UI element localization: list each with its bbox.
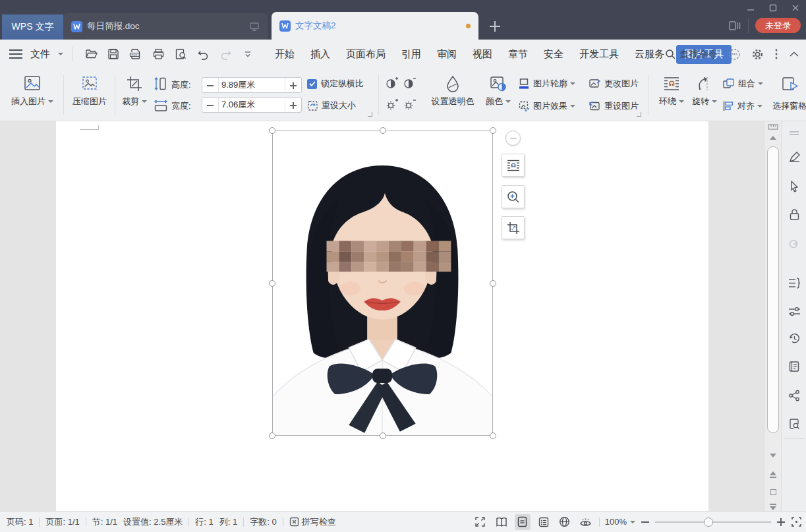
print-preview-icon[interactable] — [172, 45, 189, 63]
previous-page-button[interactable] — [765, 471, 781, 478]
increase-contrast-button[interactable] — [386, 77, 399, 89]
increase-brightness-button[interactable] — [386, 99, 399, 111]
section-status[interactable]: 节: 1/1 — [92, 516, 117, 528]
resize-handle-middle-right[interactable] — [490, 280, 496, 287]
reset-size-button[interactable]: 重设大小 — [307, 100, 356, 111]
scroll-up-arrow[interactable] — [765, 136, 781, 140]
outline-view-icon[interactable] — [536, 514, 552, 530]
ruler-toggle-icon[interactable] — [765, 123, 781, 131]
wrap-text-button[interactable]: 环绕 — [654, 75, 689, 107]
lock-aspect-ratio-option[interactable]: 锁定纵横比 — [307, 78, 364, 90]
hamburger-menu-icon[interactable] — [9, 49, 22, 59]
reset-picture-button[interactable]: 重设图片 — [589, 100, 639, 112]
collapse-ribbon-icon[interactable] — [789, 51, 799, 57]
zoom-in-button[interactable] — [776, 517, 786, 527]
tab-section[interactable]: 章节 — [502, 45, 534, 64]
select-browse-object-button[interactable] — [765, 489, 781, 495]
tab-developer[interactable]: 开发工具 — [573, 45, 625, 64]
tab-page-layout[interactable]: 页面布局 — [339, 45, 392, 64]
resize-handle-middle-left[interactable] — [269, 280, 275, 287]
tab-review[interactable]: 审阅 — [430, 45, 463, 64]
compress-picture-button[interactable]: 压缩图片 — [67, 75, 112, 107]
eye-protection-mode-icon[interactable] — [578, 514, 594, 530]
tab-home[interactable]: 开始 — [268, 45, 301, 64]
zoom-slider[interactable] — [655, 517, 771, 527]
login-button[interactable]: 未登录 — [755, 18, 801, 33]
change-picture-button[interactable]: 更改图片 — [589, 78, 639, 90]
pen-annotate-icon[interactable] — [788, 150, 801, 163]
page-number-status[interactable]: 页码: 1 — [7, 516, 33, 528]
read-mode-icon[interactable] — [494, 514, 509, 530]
align-button[interactable]: 对齐 — [722, 100, 763, 112]
zoom-picture-button[interactable] — [502, 185, 525, 208]
share-icon[interactable] — [788, 389, 801, 402]
zoom-level-value[interactable]: 100% — [605, 517, 627, 527]
rotate-button[interactable]: 旋转 — [688, 75, 721, 107]
tab-security[interactable]: 安全 — [537, 45, 570, 64]
minimize-button[interactable] — [744, 3, 757, 13]
resize-handle-bottom-left[interactable] — [269, 432, 275, 439]
feedback-icon[interactable] — [728, 48, 741, 61]
settings-gear-icon[interactable] — [751, 48, 764, 61]
doc-tab-inactive[interactable]: 每日简报.doc — [63, 13, 268, 40]
width-increase-button[interactable] — [285, 98, 301, 112]
selection-pane-button[interactable]: 选择窗格 — [772, 100, 806, 112]
find-in-document-icon[interactable] — [788, 417, 801, 430]
tab-view[interactable]: 视图 — [466, 45, 499, 64]
color-button[interactable]: 颜色 — [482, 75, 515, 107]
resize-handle-top-center[interactable] — [380, 127, 386, 134]
collapse-float-toolbar-button[interactable] — [505, 131, 521, 146]
width-input[interactable] — [218, 98, 285, 112]
width-decrease-button[interactable] — [202, 98, 218, 112]
print-layout-view-icon[interactable] — [515, 514, 531, 530]
checkbox-checked-icon[interactable] — [307, 79, 317, 89]
selection-pane-icon[interactable] — [782, 76, 799, 92]
new-tab-button[interactable] — [488, 19, 502, 34]
notebook-icon[interactable] — [788, 360, 801, 373]
setting-value-status[interactable]: 设置值: 2.5厘米 — [123, 516, 183, 528]
zoom-dropdown-caret[interactable] — [630, 521, 635, 523]
size-dialog-launcher[interactable] — [368, 112, 372, 117]
find-command[interactable]: 查找命令 — [665, 48, 718, 61]
split-view-icon[interactable] — [728, 20, 741, 32]
insert-picture-button[interactable]: 插入图片 — [4, 75, 61, 107]
maximize-button[interactable] — [766, 3, 780, 13]
next-page-button[interactable] — [765, 504, 781, 510]
export-pdf-icon[interactable]: PDF — [127, 45, 144, 63]
zoom-out-button[interactable] — [641, 517, 650, 527]
close-button[interactable] — [789, 3, 802, 13]
redo-icon-disabled[interactable] — [217, 45, 234, 63]
fullscreen-view-icon[interactable] — [473, 514, 488, 530]
selected-picture[interactable] — [272, 131, 493, 436]
group-button[interactable]: 组合 — [722, 78, 763, 90]
fit-page-button[interactable] — [791, 516, 802, 527]
scrollbar-thumb[interactable] — [767, 146, 779, 433]
select-cursor-icon[interactable] — [788, 179, 801, 192]
height-input[interactable] — [218, 78, 285, 92]
vertical-scrollbar[interactable] — [765, 121, 781, 511]
picture-outline-button[interactable]: 图片轮廓 — [518, 78, 575, 90]
resize-handle-top-right[interactable] — [490, 127, 496, 134]
scroll-down-arrow[interactable] — [765, 454, 781, 458]
more-options-icon[interactable] — [774, 48, 778, 60]
save-icon[interactable] — [105, 45, 122, 63]
height-increase-button[interactable] — [285, 78, 301, 92]
picture-effects-button[interactable]: 图片效果 — [518, 100, 575, 112]
history-icon[interactable] — [788, 332, 801, 345]
decrease-contrast-button[interactable] — [403, 77, 417, 89]
zoom-slider-handle[interactable] — [704, 517, 713, 527]
document-area[interactable] — [0, 121, 806, 511]
open-file-icon[interactable] — [82, 45, 100, 63]
spell-check-toggle[interactable]: 拼写检查 — [289, 516, 336, 528]
sidebar-drag-handle-icon[interactable] — [788, 127, 801, 140]
customize-quickbar-icon[interactable] — [239, 45, 256, 63]
undo-icon[interactable] — [194, 45, 212, 63]
decrease-brightness-button[interactable] — [403, 99, 417, 111]
resize-handle-bottom-center[interactable] — [380, 432, 386, 439]
print-icon[interactable] — [150, 45, 167, 63]
doc-tab-active[interactable]: 文字文稿2 — [272, 12, 478, 40]
tab-insert[interactable]: 插入 — [304, 45, 337, 64]
layout-options-button[interactable] — [502, 154, 525, 177]
web-layout-view-icon[interactable] — [557, 514, 573, 530]
set-transparent-color-button[interactable]: 设置透明色 — [425, 75, 480, 107]
